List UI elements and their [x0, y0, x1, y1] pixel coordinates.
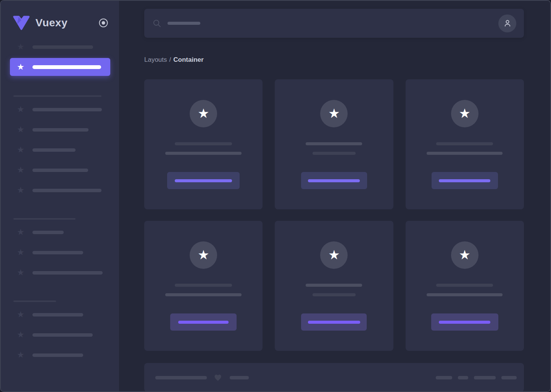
app-window: Vuexy ★★★★★★★★★★★★★ Layouts / [0, 0, 551, 392]
sidebar-item-label-placeholder [32, 65, 101, 69]
card: ★ [275, 79, 393, 209]
heart-icon [213, 373, 222, 382]
sidebar-item-active[interactable]: ★ [10, 58, 110, 76]
sidebar-nav: ★★★★★★★★★★★★★ [10, 43, 110, 371]
breadcrumb-separator: / [169, 56, 171, 64]
brand: Vuexy [12, 14, 110, 32]
sidebar-section-divider [13, 95, 102, 97]
card-text-placeholder [427, 293, 503, 296]
card-text-placeholder [165, 293, 242, 296]
card-button-label-placeholder [308, 321, 360, 324]
star-icon: ★ [328, 248, 340, 262]
person-icon [503, 19, 512, 28]
card-text-placeholder [427, 152, 503, 155]
sidebar-item[interactable]: ★ [10, 310, 110, 319]
card-title-placeholder [306, 142, 362, 145]
card-avatar-circle: ★ [320, 241, 348, 269]
card: ★ [406, 221, 524, 351]
card-avatar-circle: ★ [190, 100, 217, 127]
sidebar-item[interactable]: ★ [10, 125, 110, 134]
star-icon: ★ [328, 107, 340, 121]
card: ★ [275, 221, 393, 351]
footer-link-placeholder [436, 376, 452, 379]
footer [144, 363, 524, 392]
sidebar-item-label-placeholder [32, 128, 89, 132]
card-button-label-placeholder [178, 321, 229, 324]
star-icon: ★ [198, 107, 209, 121]
card: ★ [406, 79, 524, 209]
sidebar-item[interactable]: ★ [10, 146, 110, 154]
star-icon: ★ [16, 248, 25, 257]
card-button[interactable] [301, 313, 367, 331]
sidebar-item-label-placeholder [32, 271, 103, 275]
footer-link-placeholder [501, 376, 517, 379]
star-icon: ★ [198, 248, 209, 262]
star-icon: ★ [459, 248, 470, 262]
card-avatar-circle: ★ [190, 241, 217, 269]
card-button-label-placeholder [439, 179, 490, 182]
sidebar-item[interactable]: ★ [10, 331, 110, 339]
sidebar-item-label-placeholder [32, 231, 64, 234]
sidebar-item-label-placeholder [32, 333, 93, 337]
card-title-placeholder [175, 142, 232, 145]
sidebar-item[interactable]: ★ [10, 268, 110, 277]
sidebar-item[interactable]: ★ [10, 105, 110, 114]
sidebar: Vuexy ★★★★★★★★★★★★★ [1, 1, 119, 391]
card-button[interactable] [301, 172, 367, 189]
footer-text-placeholder [230, 376, 249, 379]
card-button[interactable] [167, 172, 240, 189]
star-icon: ★ [16, 63, 25, 71]
sidebar-item[interactable]: ★ [10, 248, 110, 257]
card-button-label-placeholder [308, 179, 360, 182]
footer-link-placeholder [474, 376, 496, 379]
star-icon: ★ [16, 146, 25, 154]
main-content: Layouts / Container ★★★★★★ [119, 1, 550, 391]
star-icon: ★ [16, 186, 25, 194]
star-icon: ★ [459, 107, 470, 121]
sidebar-pin-toggle-icon[interactable] [98, 18, 108, 28]
sidebar-item[interactable]: ★ [10, 186, 110, 194]
sidebar-item-label-placeholder [32, 251, 83, 254]
sidebar-item[interactable]: ★ [10, 351, 110, 359]
breadcrumb: Layouts / Container [144, 56, 524, 64]
footer-text-placeholder [155, 376, 207, 379]
card-button[interactable] [170, 313, 237, 331]
vuexy-logo-icon [12, 15, 31, 31]
sidebar-item[interactable]: ★ [10, 43, 110, 51]
sidebar-section-divider [13, 300, 56, 302]
card-avatar-circle: ★ [451, 100, 478, 127]
star-icon: ★ [16, 310, 25, 319]
sidebar-item-label-placeholder [32, 45, 93, 49]
footer-left [155, 373, 249, 382]
star-icon: ★ [16, 268, 25, 277]
footer-link-placeholder [458, 376, 468, 379]
card-text-placeholder [165, 152, 242, 155]
card-avatar-circle: ★ [451, 241, 478, 269]
card-button-label-placeholder [439, 321, 490, 324]
sidebar-item[interactable]: ★ [10, 228, 110, 236]
star-icon: ★ [16, 43, 25, 51]
card-title-placeholder [436, 142, 493, 145]
search-placeholder [168, 22, 200, 25]
star-icon: ★ [16, 351, 25, 359]
search-icon [153, 19, 161, 27]
card-button[interactable] [432, 172, 498, 189]
footer-right [436, 376, 517, 379]
card-button-label-placeholder [175, 179, 232, 182]
card-title-placeholder [306, 284, 362, 287]
sidebar-item-label-placeholder [32, 169, 88, 172]
star-icon: ★ [16, 331, 25, 339]
search-bar[interactable] [144, 9, 524, 38]
card-text-placeholder [313, 293, 356, 296]
breadcrumb-parent[interactable]: Layouts [144, 56, 167, 64]
user-avatar-button[interactable] [498, 14, 516, 32]
star-icon: ★ [16, 125, 25, 134]
sidebar-item-label-placeholder [32, 313, 83, 316]
card-text-placeholder [313, 152, 356, 155]
star-icon: ★ [16, 166, 25, 174]
card: ★ [144, 79, 263, 209]
card-button[interactable] [431, 313, 498, 331]
card-grid: ★★★★★★ [144, 79, 524, 351]
card-title-placeholder [175, 284, 232, 287]
sidebar-item[interactable]: ★ [10, 166, 110, 174]
